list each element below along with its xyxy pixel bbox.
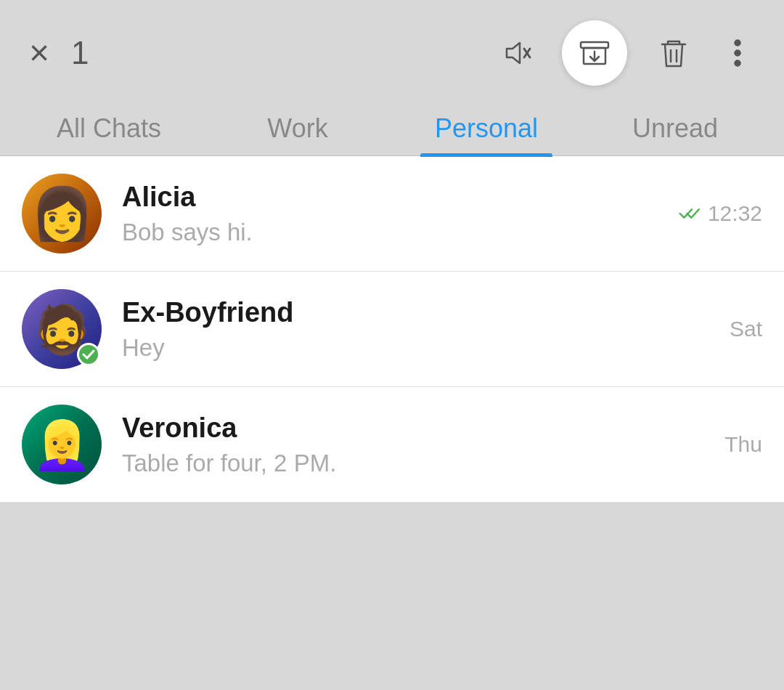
chat-name-ex-boyfriend: Ex-Boyfriend bbox=[122, 297, 718, 328]
chat-info-alicia: Alicia Bob says hi. bbox=[122, 182, 667, 246]
chat-preview-veronica: Table for four, 2 PM. bbox=[122, 450, 713, 477]
chat-item-ex-boyfriend[interactable]: Ex-Boyfriend Hey Sat bbox=[0, 272, 784, 387]
avatar-alicia bbox=[22, 174, 102, 253]
chat-info-veronica: Veronica Table for four, 2 PM. bbox=[122, 413, 713, 477]
svg-point-10 bbox=[735, 61, 740, 66]
delete-button[interactable] bbox=[656, 36, 691, 70]
tab-unread[interactable]: Unread bbox=[581, 100, 769, 155]
chat-item-alicia[interactable]: Alicia Bob says hi. 12:32 bbox=[0, 156, 784, 272]
mute-button[interactable] bbox=[498, 36, 533, 70]
tab-personal[interactable]: Personal bbox=[392, 100, 581, 155]
close-button[interactable]: × bbox=[29, 36, 49, 70]
chat-meta-veronica: Thu bbox=[724, 432, 762, 457]
chat-time-veronica: Thu bbox=[724, 432, 762, 457]
chat-preview-ex-boyfriend: Hey bbox=[122, 334, 718, 362]
chat-preview-alicia: Bob says hi. bbox=[122, 219, 667, 246]
chat-list: Alicia Bob says hi. 12:32 bbox=[0, 156, 784, 503]
chat-name-alicia: Alicia bbox=[122, 182, 667, 213]
svg-point-9 bbox=[735, 51, 740, 56]
avatar-wrap-veronica bbox=[22, 405, 102, 484]
online-badge-ex-boyfriend bbox=[77, 343, 100, 366]
chat-item-veronica[interactable]: Veronica Table for four, 2 PM. Thu bbox=[0, 387, 784, 503]
action-icons bbox=[498, 20, 755, 86]
avatar-veronica bbox=[22, 405, 102, 484]
chat-meta-ex-boyfriend: Sat bbox=[730, 317, 762, 341]
chat-time-alicia: 12:32 bbox=[708, 201, 762, 226]
archive-button[interactable] bbox=[562, 20, 627, 86]
selected-count: 1 bbox=[71, 35, 89, 71]
chat-info-ex-boyfriend: Ex-Boyfriend Hey bbox=[122, 297, 718, 362]
svg-point-8 bbox=[735, 41, 740, 46]
double-check-alicia: 12:32 bbox=[679, 201, 762, 226]
chat-meta-alicia: 12:32 bbox=[679, 201, 762, 226]
avatar-wrap-alicia bbox=[22, 174, 102, 253]
action-bar: × 1 bbox=[0, 0, 784, 100]
tab-all-chats[interactable]: All Chats bbox=[15, 100, 203, 155]
tabs-bar: All Chats Work Personal Unread bbox=[0, 100, 784, 156]
tab-work[interactable]: Work bbox=[203, 100, 392, 155]
chat-name-veronica: Veronica bbox=[122, 413, 713, 444]
more-options-button[interactable] bbox=[720, 36, 755, 70]
chat-time-ex-boyfriend: Sat bbox=[730, 317, 762, 341]
avatar-wrap-ex-boyfriend bbox=[22, 289, 102, 369]
